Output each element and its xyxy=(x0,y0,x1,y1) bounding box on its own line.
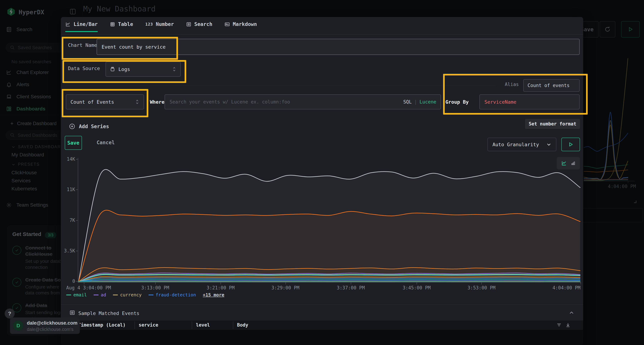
legend-item[interactable]: email xyxy=(66,292,87,298)
chart-legend: emailadcurrencyfraud-detection+15 more xyxy=(66,292,224,298)
tab-label: Markdown xyxy=(233,21,257,27)
aggregation-select[interactable]: Count of Events xyxy=(66,94,144,109)
tab-bar: Line/BarTable123NumberSearchMarkdown xyxy=(65,21,257,32)
tab-markdown[interactable]: Markdown xyxy=(224,21,257,32)
number-123-icon: 123 xyxy=(145,22,153,26)
data-source-value: Logs xyxy=(118,66,130,72)
list-icon xyxy=(186,22,192,27)
legend-label: email xyxy=(73,292,87,298)
play-icon xyxy=(568,142,573,147)
tab-table[interactable]: Table xyxy=(110,21,133,32)
legend-label: +15 more xyxy=(203,292,224,298)
legend-swatch xyxy=(148,295,154,295)
x-tick-mark xyxy=(351,283,351,284)
circle-plus-icon xyxy=(69,123,75,130)
select-updown-icon xyxy=(135,99,139,105)
aggregation-value: Count of Events xyxy=(70,99,114,105)
data-source-select[interactable]: Logs xyxy=(106,62,181,77)
tabbar-divider xyxy=(61,34,583,34)
help-button[interactable]: ? xyxy=(5,309,15,319)
x-tick-label: Aug 4 3:04:00 PM xyxy=(66,285,111,291)
legend-swatch xyxy=(66,295,71,295)
y-tick-label: 3.5K xyxy=(61,248,75,254)
x-tick-label: 3:37:00 PM xyxy=(337,285,365,291)
x-tick-label: 3:21:00 PM xyxy=(206,285,235,291)
legend-swatch xyxy=(94,295,98,295)
column-header-service[interactable]: service xyxy=(139,322,158,328)
chart-editor-modal: Line/BarTable123NumberSearchMarkdown Cha… xyxy=(61,17,583,345)
chevron-down-icon xyxy=(546,142,551,147)
where-input[interactable]: SQL | Lucene xyxy=(164,94,441,109)
chart-name-value[interactable] xyxy=(97,44,579,50)
x-tick-label: 3:29:00 PM xyxy=(271,285,300,291)
lucene-toggle[interactable]: Lucene xyxy=(420,99,436,105)
x-tick-mark xyxy=(580,283,581,284)
tab-label: Number xyxy=(156,21,174,27)
x-axis-line xyxy=(78,282,581,283)
user-menu[interactable]: D dale@clickhouse.com dale@clickhouse.co… xyxy=(10,318,80,334)
tab-search[interactable]: Search xyxy=(186,21,212,32)
alias-value[interactable] xyxy=(524,83,579,88)
timeseries-chart[interactable] xyxy=(78,158,580,282)
chart-line-icon xyxy=(65,22,71,27)
column-header-body[interactable]: Body xyxy=(237,322,248,328)
group-by-value[interactable] xyxy=(480,99,579,105)
granularity-select[interactable]: Auto Granularity xyxy=(488,138,556,151)
y-tick-label: 11K xyxy=(61,187,75,192)
set-number-format-button[interactable]: Set number format xyxy=(525,119,580,129)
column-separator xyxy=(233,322,233,329)
events-table-body xyxy=(61,330,583,345)
tab-line-bar[interactable]: Line/Bar xyxy=(65,21,98,32)
x-tick-mark xyxy=(417,283,417,284)
y-tick-label: 7K xyxy=(61,217,75,223)
app-root: HyperDX Search Saved Searches No saved s… xyxy=(0,0,644,345)
chart-name-input[interactable] xyxy=(96,39,580,55)
sample-events-title: Sample Matched Events xyxy=(78,311,139,316)
legend-label: ad xyxy=(101,292,106,298)
collapse-section-button[interactable] xyxy=(569,310,574,316)
add-series-button[interactable]: Add Series xyxy=(69,123,109,130)
column-separator xyxy=(134,322,135,329)
column-separator xyxy=(192,322,192,329)
table-icon xyxy=(110,22,115,27)
select-updown-icon xyxy=(172,66,176,72)
sql-toggle[interactable]: SQL xyxy=(403,99,412,105)
alias-input[interactable] xyxy=(523,79,580,92)
tab-label: Search xyxy=(194,21,212,27)
lang-divider: | xyxy=(412,99,420,105)
legend-item[interactable]: currency xyxy=(113,292,142,298)
legend-item[interactable]: ad xyxy=(94,292,106,298)
legend-item[interactable]: fraud-detection xyxy=(148,292,196,298)
y-tick-mark xyxy=(76,251,78,251)
save-button[interactable]: Save xyxy=(65,136,82,150)
alias-label: Alias xyxy=(497,82,519,87)
x-tick-label: 4:04:00 PM xyxy=(552,285,580,291)
x-tick-label: 3:53:00 PM xyxy=(468,285,496,291)
filter-icon[interactable] xyxy=(556,322,562,328)
group-by-input[interactable] xyxy=(480,94,580,109)
run-chart-button[interactable] xyxy=(561,138,580,151)
list-icon xyxy=(70,310,75,316)
where-label: Where xyxy=(150,99,164,105)
x-tick-mark xyxy=(155,283,156,284)
y-tick-mark xyxy=(76,159,78,159)
x-tick-label: 3:45:00 PM xyxy=(403,285,431,291)
cancel-button[interactable]: Cancel xyxy=(96,140,115,145)
tab-number[interactable]: 123Number xyxy=(145,21,174,32)
x-tick-mark xyxy=(286,283,286,284)
legend-item[interactable]: +15 more xyxy=(203,292,224,298)
chevron-up-icon xyxy=(569,310,574,316)
section-divider xyxy=(61,305,583,305)
legend-label: fraud-detection xyxy=(156,292,196,298)
legend-label: currency xyxy=(120,292,142,298)
x-tick-mark xyxy=(220,283,221,284)
where-query-field[interactable] xyxy=(165,99,403,105)
column-header-level[interactable]: level xyxy=(196,322,210,328)
form-divider xyxy=(65,86,496,86)
y-tick-mark xyxy=(76,189,78,190)
user-email: dale@clickhouse.com xyxy=(27,320,79,326)
download-icon[interactable] xyxy=(565,322,571,328)
column-header-timestamp-local-[interactable]: Timestamp (Local) xyxy=(78,322,126,328)
x-tick-mark xyxy=(84,283,84,284)
y-tick-label: 0 xyxy=(61,278,75,284)
